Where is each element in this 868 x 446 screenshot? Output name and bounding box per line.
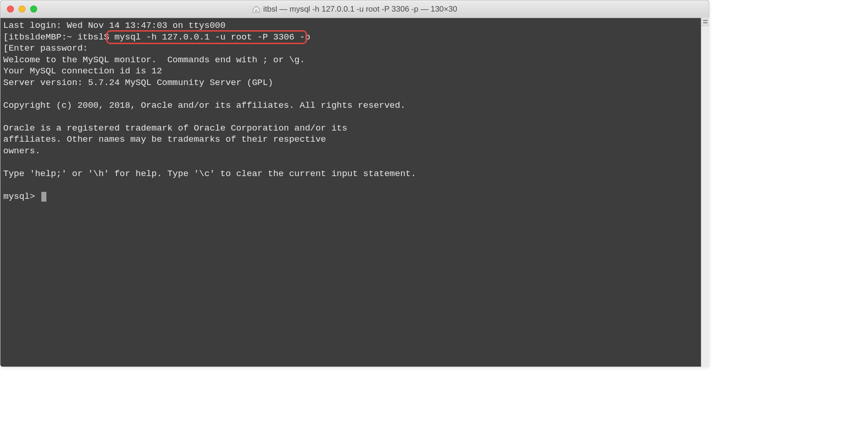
window-title: itbsl — mysql -h 127.0.0.1 -u root -P 33… (0, 5, 709, 14)
terminal-line: Server version: 5.7.24 MySQL Community S… (3, 77, 706, 89)
terminal-line: [Enter password:] (3, 43, 706, 54)
terminal-line: mysql> (3, 191, 706, 203)
scroll-toggle-icon[interactable] (701, 18, 709, 26)
terminal-line: Copyright (c) 2000, 2018, Oracle and/or … (3, 100, 706, 112)
terminal-line: Your MySQL connection id is 12 (3, 66, 706, 77)
terminal-line: Last login: Wed Nov 14 13:47:03 on ttys0… (3, 20, 706, 32)
home-icon (252, 5, 260, 13)
minimize-button[interactable] (19, 6, 26, 13)
terminal-line: Type 'help;' or '\h' for help. Type '\c'… (3, 168, 706, 180)
close-button[interactable] (7, 6, 14, 13)
password-prompt: [Enter password: (3, 43, 88, 53)
mysql-prompt[interactable]: mysql> (3, 191, 40, 202)
terminal-line: owners. (3, 145, 706, 157)
terminal-line: Welcome to the MySQL monitor. Commands e… (3, 54, 706, 66)
window-controls (0, 6, 37, 13)
cursor-icon (41, 192, 46, 202)
scrollbar[interactable] (701, 18, 709, 367)
window-title-text: itbsl — mysql -h 127.0.0.1 -u root -P 33… (263, 5, 457, 14)
terminal-body[interactable]: Last login: Wed Nov 14 13:47:03 on ttys0… (0, 18, 709, 367)
shell-prompt: [itbsldeMBP:~ itbsl$ (3, 32, 114, 42)
terminal-line: affiliates. Other names may be trademark… (3, 134, 706, 145)
command-text: mysql -h 127.0.0.1 -u root -P 3306 -p (114, 32, 310, 42)
maximize-button[interactable] (30, 6, 37, 13)
terminal-line: Oracle is a registered trademark of Orac… (3, 123, 706, 134)
title-bar[interactable]: itbsl — mysql -h 127.0.0.1 -u root -P 33… (0, 0, 709, 18)
terminal-line: [itbsldeMBP:~ itbsl$ mysql -h 127.0.0.1 … (3, 32, 706, 43)
terminal-window: itbsl — mysql -h 127.0.0.1 -u root -P 33… (0, 0, 709, 367)
